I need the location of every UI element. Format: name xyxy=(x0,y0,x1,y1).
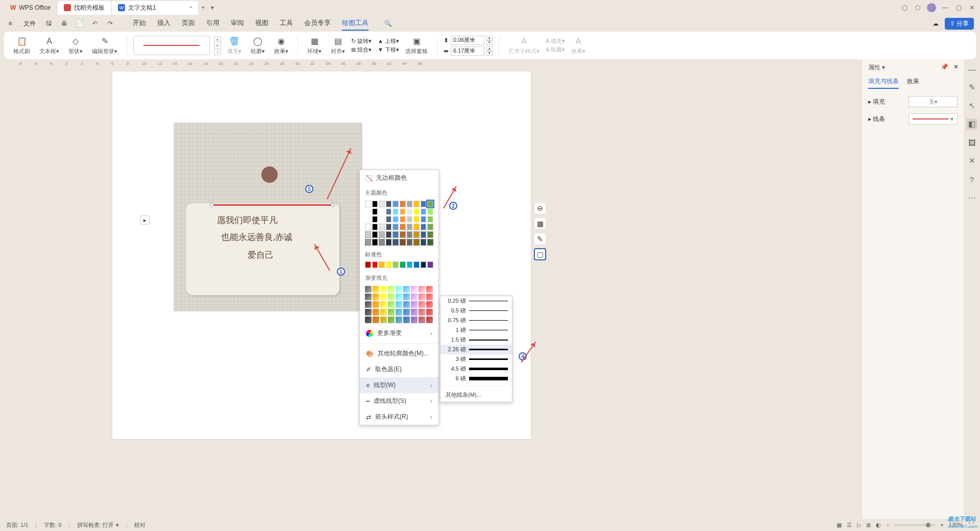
menu-tab-0[interactable]: 开始 xyxy=(133,16,146,31)
height-input[interactable]: 0.06厘米 xyxy=(451,36,484,45)
menu-tab-2[interactable]: 页面 xyxy=(182,16,195,31)
width-icon: ⬌ xyxy=(444,47,449,55)
undo-icon[interactable]: ↶ xyxy=(91,19,99,28)
edit-shape-button[interactable]: ✎编辑形状▾ xyxy=(89,36,120,55)
width-input[interactable]: 6.17厘米 xyxy=(451,46,484,56)
wordart-style-button[interactable]: A艺术字样式▾ xyxy=(505,36,543,55)
height-icon: ⬍ xyxy=(444,37,449,44)
menu-tab-7[interactable]: 会员专享 xyxy=(304,16,331,31)
outline-button[interactable]: ◯轮廓▾ xyxy=(248,36,268,55)
close-tab-icon[interactable]: • xyxy=(190,4,192,11)
print-icon[interactable]: 🖶 xyxy=(60,19,68,28)
menu-icon[interactable]: ≡ xyxy=(6,19,14,28)
menu-tab-4[interactable]: 审阅 xyxy=(231,16,244,31)
window-icon-2[interactable]: ⬡ xyxy=(914,4,922,12)
preview-icon[interactable]: 📄 xyxy=(76,19,84,28)
file-menu[interactable]: 文件 xyxy=(23,19,36,28)
menu-tab-8[interactable]: 绘图工具 xyxy=(342,16,369,31)
style-prev-button[interactable]: ▴ xyxy=(214,36,221,42)
move-up-button[interactable]: ▲ 上移▾ xyxy=(378,37,399,45)
tab-template[interactable]: 找稻壳模板 xyxy=(58,1,111,15)
cloud-icon[interactable]: ☁ xyxy=(932,19,940,28)
search-icon[interactable]: 🔍 xyxy=(384,19,392,28)
share-button[interactable]: ⇪ 分享 xyxy=(945,18,974,30)
menu-tab-6[interactable]: 工具 xyxy=(280,16,293,31)
text-fill-button: A 填充▾ xyxy=(546,37,565,45)
tab-document[interactable]: W文字文稿1• xyxy=(112,1,198,15)
shape-style-preview[interactable] xyxy=(133,36,210,55)
minimize-icon[interactable]: — xyxy=(941,4,949,12)
new-tab-button[interactable]: + xyxy=(199,4,207,12)
format-painter-button[interactable]: 📋格式刷 xyxy=(10,36,33,55)
save-icon[interactable]: 🖫 xyxy=(45,19,53,28)
align-button[interactable]: ▤对齐▾ xyxy=(328,36,348,55)
fill-button[interactable]: 🪣填充▾ xyxy=(224,36,244,55)
maximize-icon[interactable]: ▢ xyxy=(954,4,963,12)
close-icon[interactable]: ✕ xyxy=(968,4,976,12)
style-next-button[interactable]: ▾ xyxy=(214,43,221,49)
move-down-button[interactable]: ▼ 下移▾ xyxy=(378,46,399,54)
text-effect-button: A效果▾ xyxy=(568,36,589,55)
window-icon-1[interactable]: ▢ xyxy=(900,4,909,12)
style-more-button[interactable]: ▿ xyxy=(214,50,221,55)
wrap-button[interactable]: ▦环绕▾ xyxy=(304,36,325,55)
rotate-button[interactable]: ↻ 旋转▾ xyxy=(351,37,372,45)
shape-button[interactable]: ◇形状▾ xyxy=(65,36,86,55)
wps-brand: WWPS Office xyxy=(4,2,57,14)
menu-tab-1[interactable]: 插入 xyxy=(157,16,170,31)
textbox-button[interactable]: A文本框▾ xyxy=(36,36,62,55)
menu-tab-5[interactable]: 视图 xyxy=(255,16,268,31)
selection-pane-button[interactable]: ▣选择窗格 xyxy=(402,36,431,55)
tab-menu-icon[interactable]: ▾ xyxy=(208,4,216,12)
avatar[interactable] xyxy=(927,3,936,12)
effect-button[interactable]: ◉效果▾ xyxy=(271,36,291,55)
group-button[interactable]: ⊞ 组合▾ xyxy=(351,46,372,54)
text-outline-button: A 轮廓▾ xyxy=(546,46,565,54)
menu-tab-3[interactable]: 引用 xyxy=(206,16,219,31)
redo-icon[interactable]: ↷ xyxy=(106,19,114,28)
